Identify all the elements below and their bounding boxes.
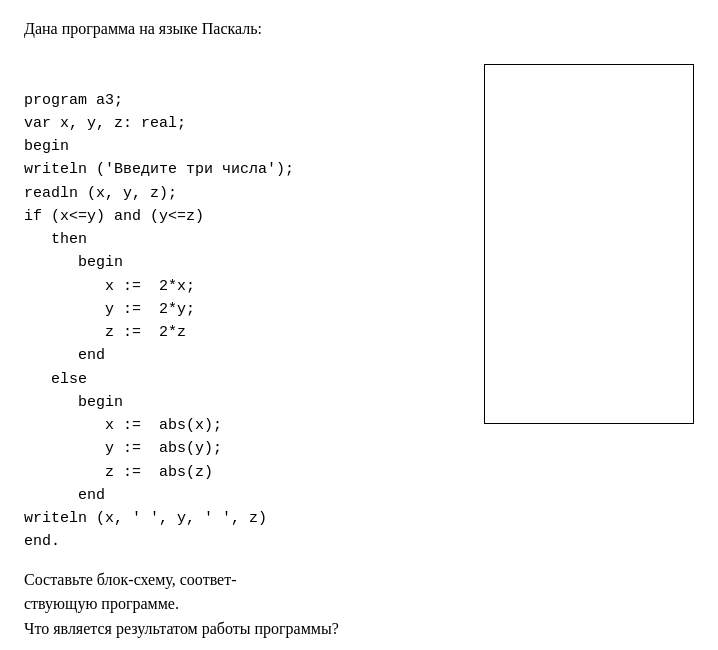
code-line: then (24, 228, 468, 251)
code-line: var x, y, z: real; (24, 112, 468, 135)
code-line: x := 2*x; (24, 275, 468, 298)
footer-line3: Что является результатом работы программ… (24, 617, 694, 642)
code-line: begin (24, 251, 468, 274)
code-line: y := abs(y); (24, 437, 468, 460)
main-content: program a3;var x, y, z: real;beginwritel… (24, 42, 694, 554)
code-line: end. (24, 530, 468, 553)
code-line: y := 2*y; (24, 298, 468, 321)
code-line: x := abs(x); (24, 414, 468, 437)
code-line: begin (24, 391, 468, 414)
footer-line2: ствующую программе. (24, 592, 694, 617)
code-line: z := abs(z) (24, 461, 468, 484)
code-line: writeln ('Введите три числа'); (24, 158, 468, 181)
code-line: program a3; (24, 89, 468, 112)
code-line: readln (x, y, z); (24, 182, 468, 205)
code-line: writeln (x, ' ', y, ' ', z) (24, 507, 468, 530)
code-line: z := 2*z (24, 321, 468, 344)
code-line: begin (24, 135, 468, 158)
footer-section: Составьте блок-схему, соответ- ствующую … (24, 568, 694, 642)
code-line: if (x<=y) and (y<=z) (24, 205, 468, 228)
diagram-box (484, 64, 694, 424)
intro-text: Дана программа на языке Паскаль: (24, 20, 694, 38)
code-line: else (24, 368, 468, 391)
code-section: program a3;var x, y, z: real;beginwritel… (24, 42, 468, 554)
code-line: end (24, 484, 468, 507)
code-line: end (24, 344, 468, 367)
footer-line1: Составьте блок-схему, соответ- (24, 568, 694, 593)
page-container: Дана программа на языке Паскаль: program… (24, 20, 694, 642)
